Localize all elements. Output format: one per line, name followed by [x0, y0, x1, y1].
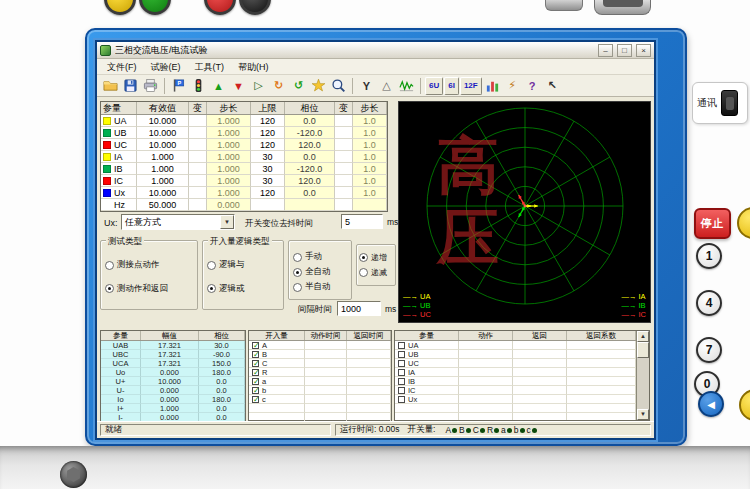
radio-option[interactable]: 递增 — [359, 252, 393, 263]
burst-icon[interactable] — [309, 77, 328, 95]
step-value-cell[interactable]: 1.000 — [207, 151, 251, 163]
scroll-up-button[interactable]: ▲ — [637, 331, 649, 342]
close-button[interactable]: × — [636, 44, 651, 57]
var-flag-cell[interactable] — [189, 163, 207, 175]
radio-option[interactable]: 半自动 — [293, 281, 347, 293]
var-flag-cell[interactable] — [335, 151, 353, 163]
var-flag-cell[interactable] — [335, 163, 353, 175]
limit-value-cell[interactable]: 30 — [251, 163, 285, 175]
phase-step-cell[interactable]: 1.0 — [353, 139, 387, 151]
action-checkbox[interactable] — [398, 342, 405, 349]
phase-value-cell[interactable] — [285, 199, 335, 211]
step-value-cell[interactable]: 0.000 — [207, 199, 251, 211]
signal-light-icon[interactable] — [189, 77, 208, 95]
var-flag-cell[interactable] — [335, 127, 353, 139]
radio-option[interactable]: 测接点动作 — [105, 259, 193, 271]
radio-option[interactable]: 逻辑或 — [207, 283, 279, 295]
limit-value-cell[interactable]: 120 — [251, 127, 285, 139]
step-up-icon[interactable]: ▲ — [209, 77, 228, 95]
var-flag-cell[interactable] — [189, 139, 207, 151]
terminal-button-red[interactable] — [204, 0, 236, 15]
step-value-cell[interactable]: 1.000 — [207, 187, 251, 199]
chart-icon[interactable] — [483, 77, 502, 95]
limit-value-cell[interactable]: 120 — [251, 187, 285, 199]
phase-value-cell[interactable]: 0.0 — [285, 115, 335, 127]
radio-option[interactable]: 测动作和返回 — [105, 283, 193, 295]
mode-6i-button[interactable]: 6I — [444, 77, 459, 95]
action-checkbox[interactable] — [398, 396, 405, 403]
limit-value-cell[interactable]: 120 — [251, 115, 285, 127]
stop-button[interactable]: 停止 — [694, 208, 731, 239]
terminal-button-green[interactable] — [139, 0, 171, 15]
radio-option[interactable]: 全自动 — [293, 266, 347, 278]
rms-value-cell[interactable]: 1.000 — [137, 163, 189, 175]
debounce-time-input[interactable]: 5 — [341, 214, 383, 229]
rms-value-cell[interactable]: 10.000 — [137, 115, 189, 127]
vertical-scrollbar[interactable]: ▲ ▼ — [636, 331, 649, 420]
keypad-button-partial[interactable] — [737, 207, 750, 239]
step-value-cell[interactable]: 1.000 — [207, 163, 251, 175]
keypad-button-partial[interactable] — [739, 389, 750, 421]
var-flag-cell[interactable] — [335, 175, 353, 187]
interval-time-input[interactable]: 1000 — [337, 301, 381, 316]
start-test-icon[interactable]: ▷ — [249, 77, 268, 95]
phase-value-cell[interactable]: 0.0 — [285, 151, 335, 163]
step-down-icon[interactable]: ▼ — [229, 77, 248, 95]
rms-value-cell[interactable]: 1.000 — [137, 175, 189, 187]
terminal-button-yellow[interactable] — [104, 0, 136, 15]
keypad-button-4[interactable]: 4 — [696, 290, 722, 316]
var-flag-cell[interactable] — [189, 199, 207, 211]
var-flag-cell[interactable] — [189, 115, 207, 127]
action-checkbox[interactable] — [398, 351, 405, 358]
terminal-button-black[interactable] — [239, 0, 271, 15]
di-checkbox[interactable]: ✓ — [252, 387, 259, 394]
action-checkbox[interactable] — [398, 360, 405, 367]
phase-value-cell[interactable]: 120.0 — [285, 175, 335, 187]
step-value-cell[interactable]: 1.000 — [207, 175, 251, 187]
phase-step-cell[interactable]: 1.0 — [353, 151, 387, 163]
phase-step-cell[interactable]: 1.0 — [353, 127, 387, 139]
mode-12f-button[interactable]: 12F — [460, 77, 482, 95]
context-help-icon[interactable]: ↖ — [543, 77, 562, 95]
di-checkbox[interactable]: ✓ — [252, 360, 259, 367]
limit-value-cell[interactable]: 30 — [251, 151, 285, 163]
chevron-down-icon[interactable]: ▼ — [220, 215, 234, 229]
action-checkbox[interactable] — [398, 369, 405, 376]
action-checkbox[interactable] — [398, 387, 405, 394]
scrollbar-thumb[interactable] — [637, 342, 649, 358]
di-checkbox[interactable]: ✓ — [252, 342, 259, 349]
maximize-button[interactable]: □ — [617, 44, 632, 57]
power-icon[interactable]: ⚡ — [503, 77, 522, 95]
y-axis-icon[interactable]: Y — [357, 77, 376, 95]
phase-value-cell[interactable]: -120.0 — [285, 127, 335, 139]
phase-value-cell[interactable]: 0.0 — [285, 187, 335, 199]
di-checkbox[interactable]: ✓ — [252, 351, 259, 358]
waveform-icon[interactable] — [397, 77, 416, 95]
mode-6u-button[interactable]: 6U — [425, 77, 443, 95]
var-flag-cell[interactable] — [335, 115, 353, 127]
zoom-icon[interactable] — [329, 77, 348, 95]
step-value-cell[interactable]: 1.000 — [207, 139, 251, 151]
phase-step-cell[interactable]: 1.0 — [353, 163, 387, 175]
var-flag-cell[interactable] — [335, 187, 353, 199]
di-checkbox[interactable]: ✓ — [252, 378, 259, 385]
print-icon[interactable] — [141, 77, 160, 95]
phase-value-cell[interactable]: 120.0 — [285, 139, 335, 151]
limit-value-cell[interactable]: 120 — [251, 139, 285, 151]
backspace-key[interactable]: ◀ — [698, 391, 724, 417]
var-flag-cell[interactable] — [189, 187, 207, 199]
step-value-cell[interactable]: 1.000 — [207, 115, 251, 127]
var-flag-cell[interactable] — [335, 139, 353, 151]
save-icon[interactable] — [121, 77, 140, 95]
rms-value-cell[interactable]: 50.000 — [137, 199, 189, 211]
help-icon[interactable]: ? — [523, 77, 542, 95]
vector-triangle-icon[interactable]: △ — [377, 77, 396, 95]
var-flag-cell[interactable] — [189, 127, 207, 139]
limit-value-cell[interactable]: 30 — [251, 175, 285, 187]
action-checkbox[interactable] — [398, 378, 405, 385]
di-checkbox[interactable]: ✓ — [252, 396, 259, 403]
keypad-button-7[interactable]: 7 — [696, 337, 722, 363]
open-icon[interactable] — [101, 77, 120, 95]
radio-option[interactable]: 逻辑与 — [207, 259, 279, 271]
limit-value-cell[interactable] — [251, 199, 285, 211]
